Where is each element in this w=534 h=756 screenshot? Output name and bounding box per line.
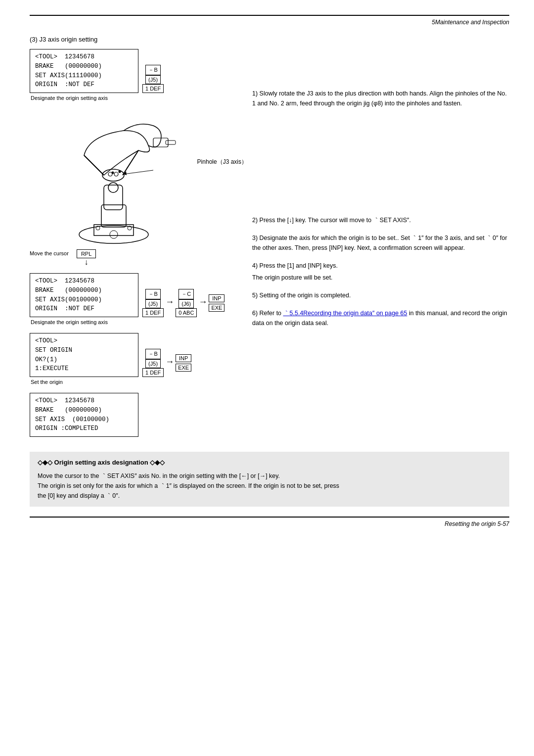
screen1-line2: BRAKE (00000000) xyxy=(35,62,133,71)
step3-text: 3) Designate the axis for which the orig… xyxy=(252,233,509,253)
svg-rect-6 xyxy=(104,185,123,210)
screen1-key-bot: 1 DEF xyxy=(142,84,164,93)
screen2-label: Designate the origin setting axis xyxy=(31,319,237,325)
note-line2: The origin is set only for the axis for … xyxy=(38,481,501,491)
screen2-key2-mid: (J6) xyxy=(178,299,194,308)
screen1-label: Designate the origin setting axis xyxy=(31,95,237,101)
svg-point-7 xyxy=(108,183,118,192)
robot-diagram: Pinhole（J3 axis） xyxy=(40,111,208,249)
step4-line1: 4) Press the [1] and [INP] keys. xyxy=(252,261,509,271)
screen2-key2-top: －C xyxy=(178,289,194,299)
screen2-key1-mid: (J5) xyxy=(145,299,161,308)
screen3-key1-bot: 1 DEF xyxy=(142,368,164,377)
screen2-line4: ORIGIN :NOT DEF xyxy=(35,304,133,314)
note-line3: the [0] key and display a ｀0″. xyxy=(38,491,501,501)
screen2-key1-top: －B xyxy=(145,289,160,299)
move-cursor-label: Move the cursor xyxy=(30,250,69,256)
step4-line2: The origin posture will be set. xyxy=(252,273,509,283)
note-title: ◇◆◇ Origin setting axis designation ◇◆◇ xyxy=(38,458,501,468)
screen2-exe: EXE xyxy=(209,304,224,312)
screen2-line1: <TOOL> 12345678 xyxy=(35,277,133,286)
svg-point-0 xyxy=(79,226,148,243)
screen1-key-top: －B xyxy=(145,65,160,75)
step6-link: ｀5.5.4Recording the origin data″ on page… xyxy=(283,310,407,317)
svg-point-11 xyxy=(114,172,118,176)
screen4-line1: <TOOL> 12345678 xyxy=(35,396,133,406)
screen3-key1-mid: (J5) xyxy=(145,359,161,368)
screen3-line3: OK?(1) xyxy=(35,355,133,365)
rpl-arrow: ↓ xyxy=(85,258,89,266)
screen2-key1-bot: 1 DEF xyxy=(142,308,164,317)
step5: 5) Setting of the origin is completed. xyxy=(252,290,509,300)
screen4-line2: BRAKE (00000000) xyxy=(35,406,133,415)
footer-text: Resetting the origin 5-57 xyxy=(30,520,509,527)
screen2-box: <TOOL> 12345678 BRAKE (00000000) SET AXI… xyxy=(30,273,138,317)
step5-text: 5) Setting of the origin is completed. xyxy=(252,290,509,300)
footer-line xyxy=(30,517,509,518)
rpl-box: RPL xyxy=(77,249,96,258)
screen1-line1: <TOOL> 12345678 xyxy=(35,52,133,62)
step1: 1) Slowly rotate the J3 axis to the plus… xyxy=(252,89,509,108)
screen3-label: Set the origin xyxy=(31,379,237,385)
screen2-key2-bot: 0 ABC xyxy=(176,308,197,317)
screen1-line3: SET AXIS(11110000) xyxy=(35,71,133,81)
robot-svg xyxy=(40,111,208,249)
svg-line-10 xyxy=(123,150,138,175)
screen4-line4: ORIGIN :COMPLETED xyxy=(35,424,133,433)
svg-line-17 xyxy=(124,170,153,174)
screen3-exe: EXE xyxy=(176,364,191,372)
step1-text: 1) Slowly rotate the J3 axis to the plus… xyxy=(252,89,509,108)
step3: 3) Designate the axis for which the orig… xyxy=(252,233,509,253)
page: 5Maintenance and Inspection (3) J3 axis … xyxy=(0,0,534,756)
svg-point-3 xyxy=(110,231,118,238)
svg-point-15 xyxy=(112,172,114,174)
rpl-diagram: RPL ↓ xyxy=(77,249,96,266)
step4: 4) Press the [1] and [INP] keys. The ori… xyxy=(252,261,509,283)
pinhole-label: Pinhole（J3 axis） xyxy=(197,158,247,166)
screen3-key1-top: －B xyxy=(145,349,160,359)
svg-point-16 xyxy=(119,171,121,173)
screen3-inp: INP xyxy=(176,354,191,362)
note-box: ◇◆◇ Origin setting axis designation ◇◆◇ … xyxy=(30,452,509,507)
screen4-line3: SET AXIS (00100000) xyxy=(35,415,133,425)
step2-text: 2) Press the [↓] key. The cursor will mo… xyxy=(252,215,509,225)
svg-rect-14 xyxy=(166,141,176,144)
left-column: <TOOL> 12345678 BRAKE (00000000) SET AXI… xyxy=(30,49,237,437)
section-title: (3) J3 axis origin setting xyxy=(30,36,509,43)
screen2-line2: BRAKE (00000000) xyxy=(35,286,133,295)
step6: 6) Refer to ｀5.5.4Recording the origin d… xyxy=(252,308,509,328)
step6-part1: 6) Refer to xyxy=(252,310,283,317)
screen1-key-mid: (J5) xyxy=(145,75,161,84)
right-column: 1) Slowly rotate the J3 axis to the plus… xyxy=(252,49,509,437)
screen2-line3: SET AXIS(00100000) xyxy=(35,295,133,305)
screen1-box: <TOOL> 12345678 BRAKE (00000000) SET AXI… xyxy=(30,49,138,93)
screen3-box: <TOOL> SET ORIGIN OK?(1) 1:EXECUTE xyxy=(30,333,138,377)
header-line xyxy=(30,15,509,16)
step2: 2) Press the [↓] key. The cursor will mo… xyxy=(252,215,509,225)
content-area: <TOOL> 12345678 BRAKE (00000000) SET AXI… xyxy=(30,49,509,437)
screen3-line4: 1:EXECUTE xyxy=(35,364,133,374)
note-line1: Move the cursor to the ｀SET AXIS″ axis N… xyxy=(38,471,501,481)
screen1-line4: ORIGIN :NOT DEF xyxy=(35,80,133,90)
screen3-line2: SET ORIGIN xyxy=(35,346,133,355)
header-text: 5Maintenance and Inspection xyxy=(30,19,509,26)
screen2-inp: INP xyxy=(209,294,224,302)
screen3-line1: <TOOL> xyxy=(35,336,133,346)
screen4-box: <TOOL> 12345678 BRAKE (00000000) SET AXI… xyxy=(30,393,138,437)
svg-point-8 xyxy=(102,169,124,181)
step6-text: 6) Refer to ｀5.5.4Recording the origin d… xyxy=(252,308,509,328)
